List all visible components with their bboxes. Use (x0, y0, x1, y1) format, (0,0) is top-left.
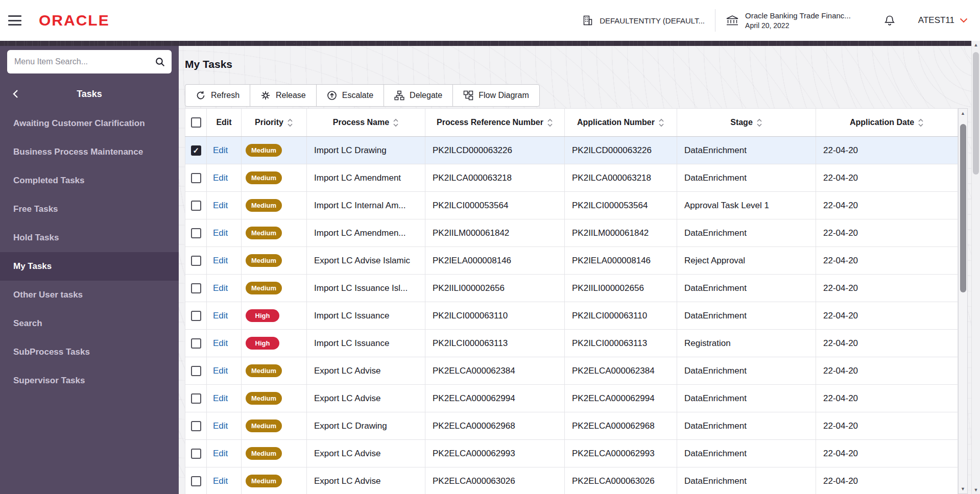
menu-search-input[interactable] (13, 57, 155, 67)
table-scrollbar[interactable]: ▲ ▼ (958, 108, 968, 494)
table-row[interactable]: Edit Medium Import LC Amendment PK2ILCA0… (185, 164, 958, 192)
edit-link[interactable]: Edit (213, 338, 228, 348)
back-button[interactable] (12, 89, 18, 98)
refresh-button[interactable]: Refresh (185, 84, 250, 107)
sidebar-item-supervisor-tasks[interactable]: Supervisor Tasks (0, 366, 179, 395)
sort-icon[interactable] (658, 118, 664, 128)
sidebar-item-label: Awaiting Customer Clarification (13, 118, 145, 129)
edit-link[interactable]: Edit (213, 173, 228, 183)
row-checkbox[interactable] (191, 283, 201, 293)
table-row[interactable]: Edit High Import LC Issuance PK2ILCI0000… (185, 302, 958, 330)
column-header[interactable]: Priority (242, 109, 307, 137)
edit-link[interactable]: Edit (213, 476, 228, 486)
table-row[interactable]: Edit Medium Export LC Drawing PK2ELCA000… (185, 412, 958, 440)
table-row[interactable]: Edit Medium Export LC Advise PK2ELCA0000… (185, 440, 958, 467)
scroll-down-icon[interactable]: ▼ (959, 484, 967, 493)
sort-icon[interactable] (547, 118, 553, 128)
table-scrollbar-thumb[interactable] (960, 124, 966, 292)
column-header[interactable]: Stage (677, 109, 816, 137)
row-checkbox[interactable] (191, 201, 201, 211)
sidebar-item-hold-tasks[interactable]: Hold Tasks (0, 224, 179, 252)
entity-selector[interactable]: DEFAULTENTITY (DEFAULT... (572, 6, 715, 35)
process-name-cell: Import LC Internal Am... (307, 192, 425, 219)
edit-link[interactable]: Edit (213, 256, 228, 265)
application-date-cell: 22-04-20 (816, 385, 958, 412)
page-scroll-down-icon[interactable]: ▼ (972, 486, 980, 494)
priority-badge: Medium (246, 364, 282, 377)
edit-link[interactable]: Edit (213, 283, 228, 293)
escalate-button[interactable]: Escalate (316, 84, 384, 107)
user-menu[interactable]: ATEST11 (918, 15, 968, 26)
table-area: Edit Priority Process Name Process Refer… (185, 108, 968, 494)
edit-link[interactable]: Edit (213, 201, 228, 210)
edit-link[interactable]: Edit (213, 393, 228, 403)
row-checkbox[interactable] (191, 173, 201, 183)
release-button[interactable]: Release (250, 84, 317, 107)
scroll-up-icon[interactable]: ▲ (959, 109, 967, 118)
row-checkbox[interactable] (191, 145, 201, 156)
table-row[interactable]: Edit Medium Import LC Issuance Isl... PK… (185, 275, 958, 302)
edit-link[interactable]: Edit (213, 145, 228, 155)
stage-cell: DataEnrichment (677, 385, 816, 412)
sidebar-item-label: Free Tasks (13, 204, 58, 214)
sidebar-item-other-user-tasks[interactable]: Other User tasks (0, 281, 179, 309)
hamburger-menu-icon[interactable] (8, 15, 21, 26)
sidebar-item-search[interactable]: Search (0, 309, 179, 338)
row-checkbox[interactable] (191, 311, 201, 321)
sort-icon[interactable] (393, 118, 399, 128)
edit-link[interactable]: Edit (213, 449, 228, 458)
stage-cell: Reject Approval (677, 247, 816, 275)
sort-icon[interactable] (287, 118, 293, 128)
row-checkbox[interactable] (191, 256, 201, 266)
column-header[interactable]: Edit (207, 109, 242, 137)
priority-badge: Medium (246, 199, 282, 212)
process-name-cell: Export LC Drawing (307, 412, 425, 440)
notifications-button[interactable] (883, 14, 896, 27)
sidebar-item-my-tasks[interactable]: My Tasks (0, 252, 179, 281)
column-header[interactable]: Process Reference Number (425, 109, 565, 137)
row-checkbox[interactable] (191, 421, 201, 431)
process-name-cell: Export LC Advise (307, 467, 425, 494)
edit-link[interactable]: Edit (213, 311, 228, 320)
page-scroll-up-icon[interactable]: ▲ (972, 41, 980, 49)
stage-cell: DataEnrichment (677, 164, 816, 192)
column-header[interactable]: Application Date (816, 109, 958, 137)
table-row[interactable]: Edit High Import LC Issuance PK2ILCI0000… (185, 330, 958, 357)
row-checkbox[interactable] (191, 476, 201, 486)
table-row[interactable]: Edit Medium Export LC Advise PK2ELCA0000… (185, 357, 958, 385)
table-row[interactable]: Edit Medium Export LC Advise PK2ELCA0000… (185, 385, 958, 412)
sidebar-item-business-process-maintenance[interactable]: Business Process Maintenance (0, 138, 179, 166)
table-row[interactable]: Edit Medium Import LC Drawing PK2ILCD000… (185, 137, 958, 164)
table-row[interactable]: Edit Medium Export LC Advise Islamic PK2… (185, 247, 958, 275)
application-date-cell: 22-04-20 (816, 357, 958, 385)
delegate-button[interactable]: Delegate (384, 84, 453, 107)
column-header[interactable]: Application Number (565, 109, 677, 137)
page-scrollbar-thumb[interactable] (973, 52, 979, 175)
table-row[interactable]: Edit Medium Export LC Advise PK2ELCA0000… (185, 467, 958, 494)
sidebar-item-awaiting-customer-clarification[interactable]: Awaiting Customer Clarification (0, 109, 179, 138)
column-header[interactable]: Process Name (307, 109, 425, 137)
table-row[interactable]: Edit Medium Import LC Internal Am... PK2… (185, 192, 958, 219)
row-checkbox[interactable] (191, 449, 201, 459)
row-checkbox[interactable] (191, 338, 201, 349)
edit-link[interactable]: Edit (213, 228, 228, 238)
sort-icon[interactable] (918, 118, 924, 128)
flow-diagram-button[interactable]: Flow Diagram (452, 84, 540, 107)
row-checkbox[interactable] (191, 366, 201, 376)
column-label: Application Date (850, 118, 914, 127)
row-checkbox[interactable] (191, 393, 201, 404)
sort-icon[interactable] (756, 118, 762, 128)
page-scrollbar[interactable]: ▲ ▼ (971, 41, 980, 494)
edit-link[interactable]: Edit (213, 366, 228, 376)
edit-link[interactable]: Edit (213, 421, 228, 431)
sidebar-item-completed-tasks[interactable]: Completed Tasks (0, 166, 179, 195)
application-number-cell: PK2ELCA000062994 (565, 385, 677, 412)
select-all-checkbox[interactable] (191, 117, 201, 128)
sidebar-item-subprocess-tasks[interactable]: SubProcess Tasks (0, 338, 179, 366)
search-button[interactable] (155, 57, 165, 67)
table-row[interactable]: Edit Medium Import LC Amendmen... PK2IIL… (185, 219, 958, 247)
sidebar-section-title: Tasks (77, 89, 102, 100)
sidebar-item-free-tasks[interactable]: Free Tasks (0, 195, 179, 224)
row-checkbox[interactable] (191, 228, 201, 238)
stage-cell: DataEnrichment (677, 219, 816, 247)
